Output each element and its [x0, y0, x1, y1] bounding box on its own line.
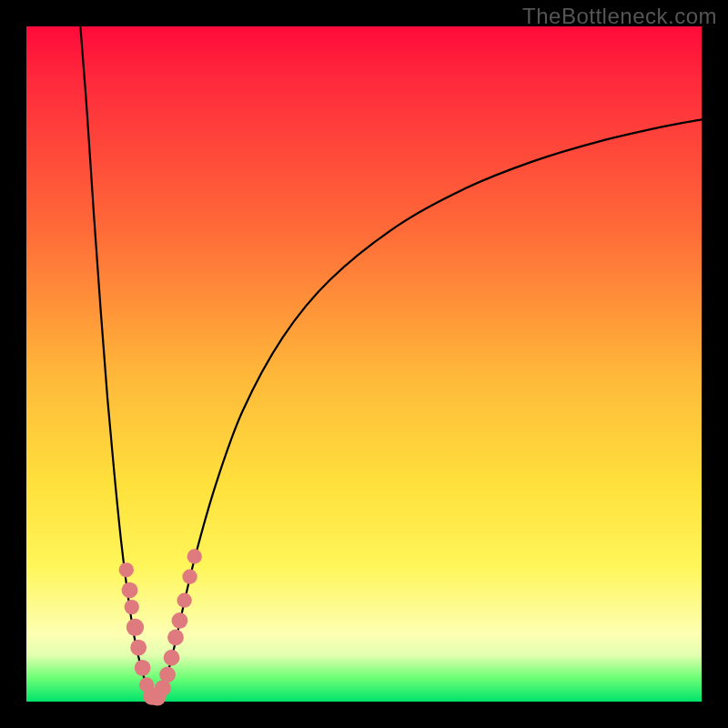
- watermark-text: TheBottleneck.com: [522, 4, 717, 29]
- outer-frame: TheBottleneck.com: [0, 0, 728, 728]
- plot-area: [26, 26, 702, 702]
